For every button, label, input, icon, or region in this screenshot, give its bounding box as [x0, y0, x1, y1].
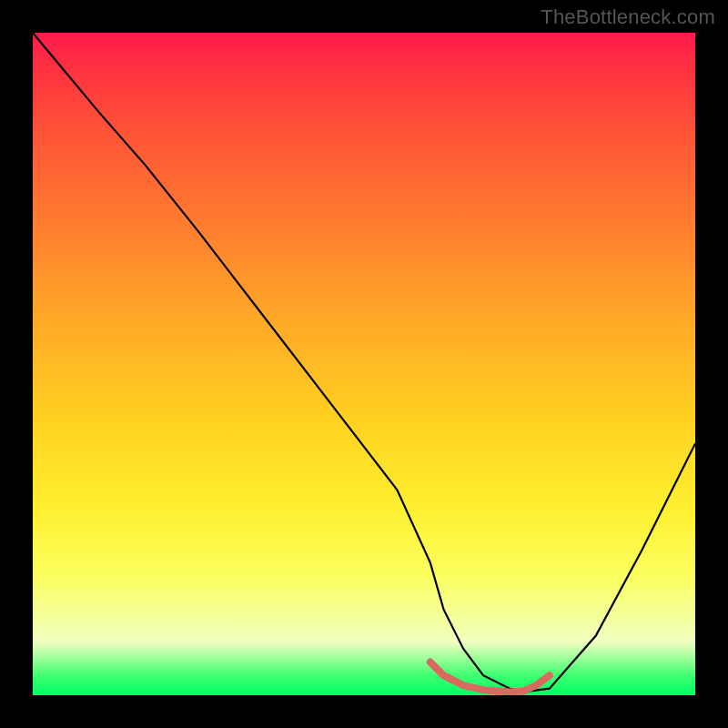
highlight-segment: [430, 662, 550, 693]
chart-svg: [33, 33, 695, 695]
watermark-text: TheBottleneck.com: [541, 5, 715, 29]
main-curve: [33, 33, 695, 692]
plot-area: [33, 33, 695, 695]
